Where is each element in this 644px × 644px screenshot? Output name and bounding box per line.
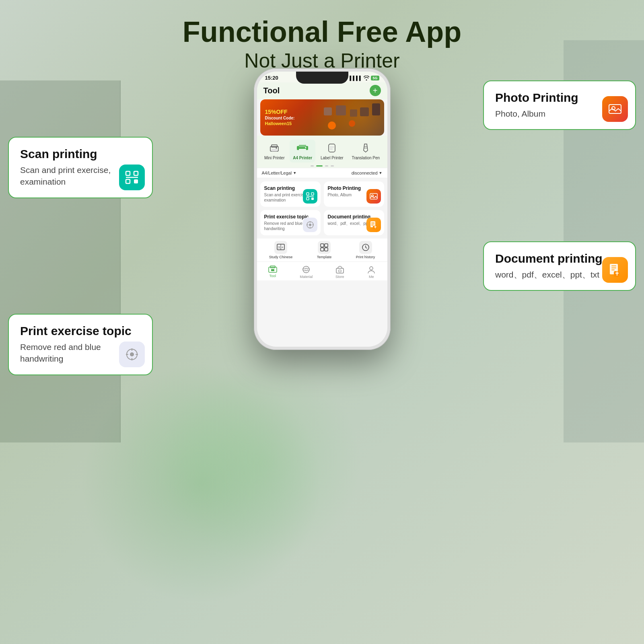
add-button[interactable]: + xyxy=(370,85,381,96)
grid-document-icon xyxy=(366,218,381,232)
status-time: 15:20 xyxy=(265,75,278,81)
svg-rect-0 xyxy=(126,171,130,175)
svg-text:A: A xyxy=(282,246,283,249)
svg-rect-4 xyxy=(134,179,138,183)
tab-a4-printer[interactable]: A4 Printer xyxy=(290,140,315,163)
grid-photo-icon xyxy=(366,189,381,204)
app-header: Tool + xyxy=(257,82,387,99)
paper-size-filter[interactable]: A4/Letter/Legal ▼ xyxy=(262,171,297,175)
feature-grid: Scan printing Scan and print exercise, e… xyxy=(257,178,387,239)
svg-point-25 xyxy=(328,121,336,130)
print-exercise-icon xyxy=(119,342,145,367)
nav-tool-label: Tool xyxy=(269,274,276,278)
svg-point-76 xyxy=(370,267,373,270)
bottom-navigation: Tool Material xyxy=(257,261,387,280)
status-icons: ▌▌▌▌ 5G xyxy=(350,76,379,80)
svg-rect-29 xyxy=(272,149,277,151)
print-history-label: Print history xyxy=(356,255,375,259)
nav-me[interactable]: Me xyxy=(367,265,376,279)
svg-rect-20 xyxy=(324,107,332,115)
svg-rect-41 xyxy=(311,193,314,195)
svg-rect-75 xyxy=(339,270,341,272)
phone-inner: 15:20 ▌▌▌▌ 5G xyxy=(257,72,387,347)
battery-badge: 5G xyxy=(371,76,379,80)
nav-store[interactable]: Store xyxy=(335,265,344,279)
tool-nav-icon xyxy=(268,265,277,273)
svg-rect-16 xyxy=(611,270,615,270)
label-printer-icon xyxy=(326,142,338,154)
svg-rect-28 xyxy=(272,145,277,147)
svg-rect-1 xyxy=(134,171,138,175)
wifi-icon xyxy=(364,76,369,80)
svg-rect-67 xyxy=(325,248,328,251)
nav-material[interactable]: Material xyxy=(300,265,313,279)
connection-filter[interactable]: disconnected ▼ xyxy=(352,171,383,175)
svg-rect-40 xyxy=(307,193,309,195)
svg-rect-21 xyxy=(336,105,346,115)
svg-rect-14 xyxy=(611,265,616,266)
translation-pen-icon xyxy=(360,142,372,154)
scan-icon xyxy=(119,165,145,190)
print-history-icon xyxy=(359,241,372,254)
grid-print-icon xyxy=(303,218,317,232)
svg-text:文: 文 xyxy=(278,246,280,249)
tab-mini-printer[interactable]: Mini Printer xyxy=(261,140,288,163)
chevron-down-icon-2: ▼ xyxy=(379,171,383,175)
label-printer-label: Label Printer xyxy=(321,156,344,160)
main-content: Functional Free App Not Just a Printer S… xyxy=(0,0,644,644)
me-nav-icon xyxy=(367,265,376,274)
title-section: Functional Free App Not Just a Printer xyxy=(183,16,461,74)
svg-point-72 xyxy=(303,266,309,273)
tab-label-printer[interactable]: Label Printer xyxy=(317,140,347,163)
grid-photo-card[interactable]: Photo Printing Photo, Album xyxy=(324,181,384,207)
signal-icon: ▌▌▌▌ xyxy=(350,76,362,80)
quick-features-row: 文 A Study Chinese xyxy=(257,239,387,261)
svg-rect-22 xyxy=(350,109,357,117)
nav-material-label: Material xyxy=(300,275,313,279)
nav-me-label: Me xyxy=(369,275,374,279)
svg-rect-54 xyxy=(371,222,374,223)
svg-point-26 xyxy=(349,120,355,127)
svg-rect-64 xyxy=(321,244,324,247)
svg-rect-56 xyxy=(371,225,373,226)
store-nav-icon xyxy=(335,265,344,274)
grid-document-card[interactable]: Document printing word、pdf、excel、ppt、txt xyxy=(324,210,384,235)
photo-icon xyxy=(602,96,628,122)
quick-template[interactable]: Template xyxy=(317,241,332,259)
nav-tool[interactable]: Tool xyxy=(268,265,277,279)
filter-bar: A4/Letter/Legal ▼ disconnected ▼ xyxy=(257,168,387,178)
tab-translation-pen[interactable]: Translation Pen xyxy=(348,140,383,163)
svg-rect-36 xyxy=(330,146,334,148)
document-printing-card: Document printing word、pdf、excel、ppt、txt xyxy=(483,241,636,291)
a4-printer-label: A4 Printer xyxy=(293,156,312,160)
svg-rect-65 xyxy=(325,244,328,247)
svg-rect-57 xyxy=(373,226,377,229)
nav-store-label: Store xyxy=(335,275,344,279)
grid-scan-card[interactable]: Scan printing Scan and print exercise, e… xyxy=(260,181,321,207)
main-title: Functional Free App xyxy=(183,16,461,48)
phone-notch xyxy=(296,72,348,84)
svg-rect-71 xyxy=(271,269,274,271)
quick-print-history[interactable]: Print history xyxy=(356,241,375,259)
study-chinese-icon: 文 A xyxy=(274,241,287,254)
quick-study-chinese[interactable]: 文 A Study Chinese xyxy=(269,241,293,259)
svg-rect-42 xyxy=(307,198,309,200)
svg-point-73 xyxy=(303,268,309,271)
svg-rect-24 xyxy=(372,103,380,115)
scan-card-title: Scan printing xyxy=(20,147,141,161)
svg-rect-15 xyxy=(611,267,616,268)
photo-printing-card: Photo Printing Photo, Album xyxy=(483,80,636,130)
svg-rect-33 xyxy=(299,149,306,152)
print-exercise-card: Print exercise topic Remove red and blue… xyxy=(8,314,153,375)
grid-print-card[interactable]: Print exercise topic Remove red and blue… xyxy=(260,210,321,235)
template-icon xyxy=(318,241,331,254)
svg-rect-66 xyxy=(321,248,324,251)
template-label: Template xyxy=(317,255,332,259)
grid-scan-icon xyxy=(303,189,317,204)
svg-rect-74 xyxy=(336,268,344,273)
material-nav-icon xyxy=(302,265,311,274)
svg-point-30 xyxy=(276,148,277,149)
banner-decoration xyxy=(312,99,384,136)
svg-rect-23 xyxy=(360,107,369,116)
tab-indicator xyxy=(257,163,387,168)
